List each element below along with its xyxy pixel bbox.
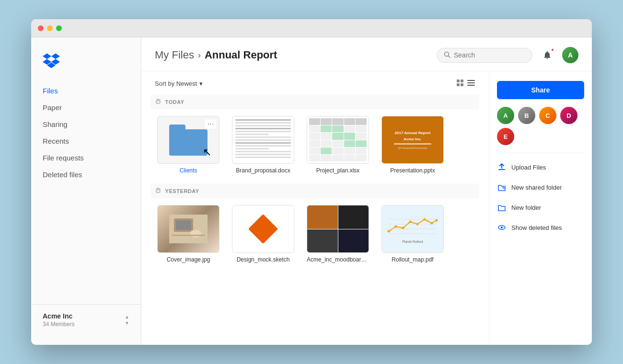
new-folder-action[interactable]: New folder [497, 201, 584, 214]
file-item-presentation[interactable]: 2017 Annual Report Acme Inc. Q4 Financia… [379, 116, 446, 174]
design-mock-filename: Design_mock.sketch [237, 256, 290, 263]
rollout-map-thumbnail: Planet Rollout [381, 205, 444, 253]
svg-rect-5 [461, 83, 463, 86]
svg-rect-3 [461, 80, 463, 82]
new-shared-folder-label: New shared folder [511, 184, 562, 191]
collaborator-avatar-4[interactable]: D [560, 107, 577, 124]
file-area: Sort by Newest ▾ [141, 71, 489, 345]
cover-image-thumbnail [157, 205, 219, 253]
file-item-design-mock[interactable]: Design_mock.sketch [230, 205, 297, 264]
share-button[interactable]: Share [497, 81, 584, 99]
sketch-preview [232, 205, 294, 252]
svg-rect-2 [457, 80, 460, 82]
show-deleted-files-label: Show deleted files [511, 224, 562, 231]
app-window: Files Paper Sharing Recents File request… [31, 19, 592, 345]
search-box[interactable] [437, 48, 532, 63]
collaborator-avatar-3[interactable]: C [539, 107, 556, 124]
svg-rect-8 [467, 85, 475, 86]
today-files-grid: ··· ↖ Clients [151, 116, 479, 183]
traffic-lights [38, 25, 62, 31]
section-header-yesterday: ⏱ YESTERDAY [151, 183, 479, 198]
panel-divider [497, 153, 584, 153]
file-item-acme-moodboard[interactable]: Acme_inc_moodboard.psd [304, 205, 371, 264]
svg-point-18 [409, 221, 412, 223]
design-mock-thumbnail [232, 205, 294, 253]
main-content: My Files › Annual Report [141, 37, 592, 345]
acme-moodboard-filename: Acme_inc_moodboard.psd [307, 256, 369, 264]
breadcrumb-arrow-icon: › [198, 50, 201, 60]
sidebar-item-paper[interactable]: Paper [31, 99, 141, 116]
presentation-thumbnail: 2017 Annual Report Acme Inc. Q4 Financia… [381, 116, 444, 164]
file-item-brand-proposal[interactable]: Brand_proposal.docx [230, 116, 297, 174]
folder-body [169, 129, 208, 156]
minimize-button[interactable] [47, 25, 53, 31]
file-item-cover-image[interactable]: Cover_image.jpg [155, 205, 222, 264]
svg-rect-4 [457, 83, 460, 86]
collaborator-avatar-1[interactable]: A [497, 107, 514, 124]
close-button[interactable] [38, 25, 44, 31]
eye-icon [497, 223, 507, 232]
brand-proposal-filename: Brand_proposal.docx [236, 167, 290, 174]
file-item-project-plan[interactable]: Project_plan.xlsx [304, 116, 371, 174]
collaborator-avatar-2[interactable]: B [518, 107, 535, 124]
breadcrumb: My Files › Annual Report [155, 49, 277, 61]
rollout-map-filename: Rollout_map.pdf [392, 256, 433, 263]
upload-icon [497, 162, 507, 172]
notification-dot [551, 48, 554, 52]
sidebar-footer[interactable]: Acme Inc 34 Members ▲ ▼ [31, 304, 141, 335]
project-plan-filename: Project_plan.xlsx [316, 167, 360, 174]
breadcrumb-parent[interactable]: My Files [155, 49, 194, 61]
show-deleted-files-action[interactable]: Show deleted files [497, 221, 584, 234]
svg-point-15 [388, 230, 390, 233]
logo-area [31, 47, 141, 82]
file-toolbar: Sort by Newest ▾ [151, 79, 479, 94]
svg-rect-11 [176, 220, 191, 230]
svg-rect-14 [386, 215, 439, 236]
search-icon [444, 51, 450, 59]
section-label-yesterday: YESTERDAY [165, 188, 199, 194]
file-item-clients[interactable]: ··· ↖ Clients [155, 116, 222, 174]
svg-rect-13 [172, 235, 205, 236]
sidebar-item-files[interactable]: Files [31, 82, 141, 99]
yesterday-files-grid: Cover_image.jpg Design_mock.sketch [151, 205, 479, 273]
org-info: Acme Inc 34 Members [43, 312, 75, 328]
notification-button[interactable] [539, 47, 555, 63]
svg-point-30 [501, 227, 503, 228]
clock-icon: ⏱ [155, 98, 162, 105]
sidebar-item-recents[interactable]: Recents [31, 133, 141, 149]
docx-preview [232, 116, 294, 163]
bell-icon [542, 50, 552, 60]
sidebar-item-file-requests[interactable]: File requests [31, 149, 141, 166]
cover-image-filename: Cover_image.jpg [167, 256, 210, 263]
sort-button[interactable]: Sort by Newest ▾ [155, 80, 203, 87]
presentation-filename: Presentation.pptx [390, 167, 435, 174]
section-label-today: TODAY [165, 99, 185, 105]
jpg-preview [158, 205, 219, 252]
pdf-preview: Planet Rollout [382, 205, 443, 252]
pdf-chart-svg [385, 215, 440, 236]
svg-rect-7 [467, 82, 475, 83]
search-input[interactable] [454, 51, 525, 59]
acme-moodboard-thumbnail [307, 205, 369, 253]
new-shared-folder-action[interactable]: New shared folder [497, 181, 584, 193]
app-body: Files Paper Sharing Recents File request… [31, 37, 592, 345]
sidebar-item-sharing[interactable]: Sharing [31, 116, 141, 133]
breadcrumb-current: Annual Report [205, 49, 277, 61]
view-toggle-button[interactable] [456, 79, 475, 88]
right-panel: Share A B C D E [489, 71, 592, 345]
upload-files-action[interactable]: Upload Files [497, 161, 584, 173]
file-item-rollout-map[interactable]: Planet Rollout Rollout_map.pdf [379, 205, 446, 264]
members-count: 34 Members [43, 321, 75, 328]
user-avatar[interactable]: A [562, 47, 578, 63]
clock-icon-yesterday: ⏱ [155, 187, 162, 194]
pptx-preview: 2017 Annual Report Acme Inc. Q4 Financia… [382, 116, 443, 163]
file-browser: Sort by Newest ▾ [141, 71, 592, 345]
sidebar-item-deleted-files[interactable]: Deleted files [31, 166, 141, 183]
sort-chevron-icon: ▾ [199, 80, 203, 87]
collaborators-avatars: A B C D E [497, 107, 584, 145]
svg-rect-6 [467, 80, 475, 81]
maximize-button[interactable] [56, 25, 62, 31]
collaborator-avatar-5[interactable]: E [497, 128, 514, 145]
svg-point-16 [395, 226, 397, 228]
upload-files-label: Upload Files [511, 164, 546, 171]
